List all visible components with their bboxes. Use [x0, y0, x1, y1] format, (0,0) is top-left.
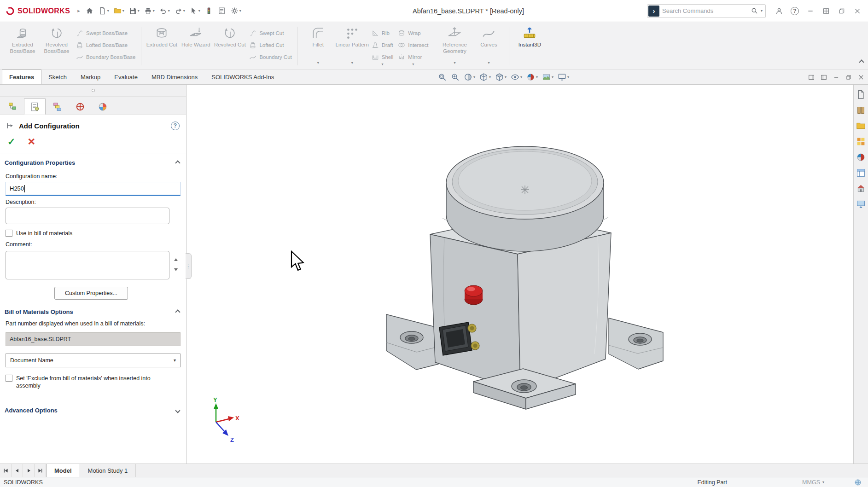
view-orientation-button[interactable]: ▾: [478, 72, 492, 82]
scroll-up-icon[interactable]: [174, 258, 178, 261]
tab-mbd-dimensions[interactable]: MBD Dimensions: [145, 70, 204, 84]
draft-button[interactable]: Draft: [369, 40, 396, 50]
last-tab-button[interactable]: [35, 464, 46, 477]
file-properties-button[interactable]: [216, 4, 228, 18]
feature-manager-splitter[interactable]: [0, 85, 186, 97]
swept-boss-base-button[interactable]: Swept Boss/Base: [74, 28, 138, 38]
3d-model[interactable]: Y X Z: [186, 85, 853, 464]
scroll-down-icon[interactable]: [174, 268, 178, 271]
options-button[interactable]: ▾: [229, 4, 243, 18]
search-icon[interactable]: [751, 7, 758, 14]
section-expand-button[interactable]: [176, 407, 180, 414]
solidworks-forum-button[interactable]: [855, 182, 867, 194]
graphics-viewport[interactable]: Y X Z: [186, 85, 853, 464]
command-search[interactable]: › ▾: [647, 4, 766, 18]
reference-geometry-button[interactable]: Reference Geometry: [437, 24, 472, 54]
custom-properties-button[interactable]: Custom Properties...: [54, 287, 128, 300]
search-launcher-icon[interactable]: ›: [648, 6, 659, 17]
apply-scene-button[interactable]: ▾: [541, 72, 555, 82]
language-globe-icon[interactable]: [854, 479, 862, 486]
custom-properties-tab-button[interactable]: [855, 167, 867, 179]
zoom-fit-button[interactable]: [437, 72, 448, 82]
use-in-bom-checkbox[interactable]: [6, 230, 12, 237]
ok-button[interactable]: ✓: [7, 136, 16, 147]
comment-input[interactable]: [6, 251, 169, 279]
section-collapse-button[interactable]: [176, 159, 180, 166]
shell-button[interactable]: Shell: [369, 52, 396, 62]
pane-right-icon[interactable]: [821, 74, 827, 81]
wrap-button[interactable]: Wrap: [396, 28, 431, 38]
rib-stack-dropdown-arrow[interactable]: ▾: [382, 62, 384, 68]
appearances-scenes-button[interactable]: [855, 151, 867, 163]
tab-markup[interactable]: Markup: [74, 70, 107, 84]
curves-button[interactable]: Curves: [472, 24, 506, 48]
panel-splitter-handle[interactable]: ⋮: [186, 253, 192, 279]
exclude-from-bom-checkbox[interactable]: [6, 375, 12, 382]
redo-button[interactable]: ▾: [173, 4, 187, 18]
close-button[interactable]: [851, 4, 863, 18]
part-number-source-dropdown[interactable]: Document Name ▾: [6, 354, 181, 367]
hide-show-items-button[interactable]: ▾: [509, 72, 524, 82]
previous-tab-button[interactable]: [12, 464, 23, 477]
pane-left-icon[interactable]: [808, 74, 815, 81]
swept-cut-button[interactable]: Swept Cut: [247, 28, 294, 38]
section-collapse-button[interactable]: [176, 308, 180, 315]
hole-wizard-button[interactable]: Hole Wizard: [179, 24, 213, 48]
mirror-button[interactable]: Mirror: [396, 52, 431, 62]
document-minimize-icon[interactable]: [833, 74, 839, 81]
display-style-button[interactable]: ▾: [494, 72, 508, 82]
ribbon-collapse-button[interactable]: [860, 58, 863, 65]
property-manager-tab[interactable]: [24, 99, 46, 115]
boundary-boss-base-button[interactable]: Boundary Boss/Base: [74, 52, 138, 62]
curves-dropdown-arrow[interactable]: ▾: [488, 61, 489, 66]
boundary-cut-button[interactable]: Boundary Cut: [247, 52, 294, 62]
configuration-name-input[interactable]: H250: [6, 182, 181, 196]
logo-expand-arrow[interactable]: ▸: [75, 8, 83, 14]
tab-sketch[interactable]: Sketch: [41, 70, 74, 84]
task-pane-resources-button[interactable]: [855, 88, 867, 100]
lofted-cut-button[interactable]: Lofted Cut: [247, 40, 294, 50]
cancel-button[interactable]: ✕: [28, 136, 36, 147]
select-button[interactable]: ▾: [188, 4, 202, 18]
motion-study-tab[interactable]: Motion Study 1: [80, 464, 136, 477]
window-layout-button[interactable]: [820, 4, 832, 18]
search-dropdown-arrow[interactable]: ▾: [761, 9, 763, 13]
new-document-button[interactable]: ▾: [97, 4, 111, 18]
tab-solidworks-add-ins[interactable]: SOLIDWORKS Add-Ins: [204, 70, 281, 84]
display-manager-tab[interactable]: [92, 99, 113, 115]
design-library-button[interactable]: [855, 104, 867, 116]
document-restore-icon[interactable]: [845, 74, 852, 81]
view-palette-button[interactable]: [855, 135, 867, 147]
edit-appearance-button[interactable]: ▾: [525, 72, 539, 82]
print-button[interactable]: ▾: [142, 4, 157, 18]
fillet-dropdown-arrow[interactable]: ▾: [317, 61, 319, 66]
configuration-manager-tab[interactable]: [47, 99, 68, 115]
tab-features[interactable]: Features: [2, 70, 41, 84]
rib-button[interactable]: Rib: [369, 28, 396, 38]
fillet-button[interactable]: Fillet: [301, 24, 335, 48]
screen-capture-button[interactable]: [855, 198, 867, 210]
restore-button[interactable]: [836, 4, 848, 18]
first-tab-button[interactable]: [0, 464, 12, 477]
description-input[interactable]: [6, 208, 169, 224]
intersect-button[interactable]: Intersect: [396, 40, 431, 50]
lofted-boss-base-button[interactable]: Lofted Boss/Base: [74, 40, 138, 50]
user-account-button[interactable]: [773, 4, 785, 18]
file-explorer-button[interactable]: [855, 120, 867, 132]
rebuild-button[interactable]: [203, 4, 215, 18]
document-close-icon[interactable]: [858, 74, 864, 81]
panel-help-icon[interactable]: ?: [171, 122, 180, 130]
tab-evaluate[interactable]: Evaluate: [107, 70, 145, 84]
linear-pattern-dropdown-arrow[interactable]: ▾: [351, 61, 353, 66]
section-view-button[interactable]: ▾: [462, 72, 477, 82]
search-input[interactable]: [662, 7, 748, 14]
extruded-cut-button[interactable]: Extruded Cut: [145, 24, 179, 48]
view-settings-button[interactable]: ▾: [556, 72, 571, 82]
help-button[interactable]: ?: [789, 4, 801, 18]
next-tab-button[interactable]: [23, 464, 35, 477]
linear-pattern-button[interactable]: Linear Pattern: [335, 24, 369, 48]
reference-geometry-dropdown-arrow[interactable]: ▾: [454, 61, 455, 66]
open-button[interactable]: ▾: [112, 4, 126, 18]
extruded-boss-base-button[interactable]: Extruded Boss/Base: [6, 24, 40, 54]
home-button[interactable]: [84, 4, 96, 18]
